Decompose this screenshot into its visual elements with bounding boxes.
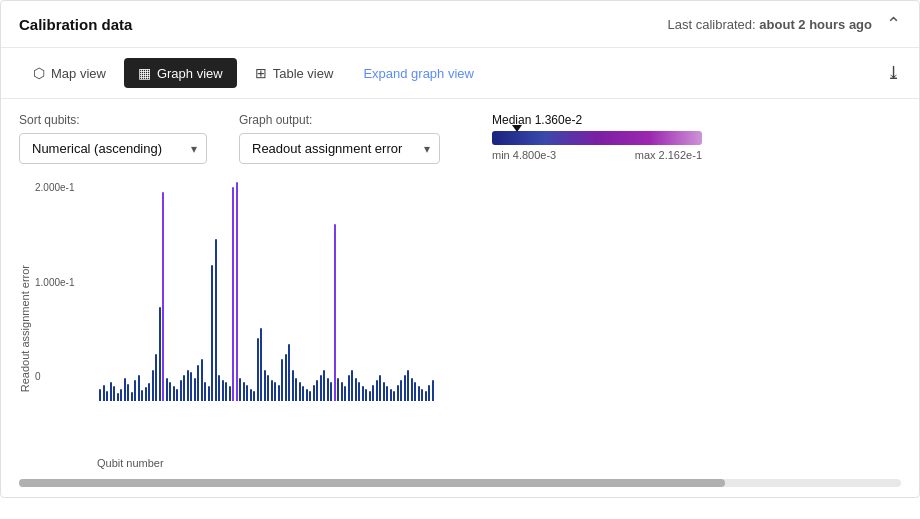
scale-range: min 4.800e-3 max 2.162e-1 [492,149,702,161]
scale-max: max 2.162e-1 [635,149,702,161]
bar-81 [383,382,385,401]
bar-88 [407,370,409,401]
last-calibrated-value: about 2 hours ago [759,17,872,32]
bar-89 [411,378,413,401]
bar-92 [421,389,423,402]
bar-73 [355,378,357,401]
scale-min: min 4.800e-3 [492,149,556,161]
tab-graph-view[interactable]: ▦ Graph view [124,58,237,88]
tab-map-view[interactable]: ⬡ Map view [19,58,120,88]
bar-6 [120,389,122,402]
y-tick-bottom: 0 [35,371,74,382]
tab-graph-view-label: Graph view [157,66,223,81]
bar-76 [365,389,367,402]
bar-79 [376,380,378,401]
bar-32 [211,265,213,401]
bar-87 [404,375,406,401]
bar-94 [428,385,430,401]
y-axis-ticks: 2.000e-1 1.000e-1 0 [35,182,74,402]
y-tick-mid: 1.000e-1 [35,277,74,288]
expand-graph-button[interactable]: Expand graph view [363,66,474,81]
bar-78 [372,385,374,401]
bar-18 [162,192,164,401]
tab-map-view-label: Map view [51,66,106,81]
bar-55 [292,370,294,401]
bar-84 [393,391,395,401]
last-calibrated-label: Last calibrated: about 2 hours ago [668,17,872,32]
bar-37 [229,386,231,401]
bar-54 [288,344,290,401]
bar-90 [414,382,416,401]
bar-41 [243,382,245,401]
bar-62 [316,380,318,401]
download-button[interactable]: ⤓ [886,62,901,84]
bar-0 [99,389,101,402]
y-axis-label: Readout assignment error [19,265,31,392]
bar-51 [278,385,280,401]
bar-8 [127,384,129,401]
median-label: Median 1.360e-2 [492,113,702,127]
bar-13 [145,387,147,401]
bar-21 [173,386,175,401]
output-select-wrapper: Readout assignment error T1 T2 CNOT Erro… [239,133,440,164]
bar-30 [204,382,206,401]
bar-56 [295,378,297,401]
bar-3 [110,382,112,401]
bar-53 [285,354,287,401]
bar-20 [169,382,171,401]
bar-31 [208,386,210,401]
bar-39 [236,182,238,401]
bars-wrapper [97,182,101,401]
map-view-icon: ⬡ [33,65,45,81]
output-select[interactable]: Readout assignment error T1 T2 CNOT Erro… [239,133,440,164]
bar-93 [425,391,427,401]
bar-50 [274,382,276,401]
bar-60 [309,391,311,401]
sort-select-wrapper: Numerical (ascending) Numerical (descend… [19,133,207,164]
bar-83 [390,389,392,402]
bar-95 [432,380,434,401]
bar-22 [176,389,178,402]
bar-58 [302,386,304,401]
bar-66 [330,382,332,401]
bar-25 [187,370,189,401]
bar-1 [103,385,105,401]
bar-45 [257,338,259,401]
bar-23 [180,380,182,401]
bar-48 [267,375,269,401]
bar-40 [239,378,241,401]
bar-52 [281,359,283,401]
panel-title: Calibration data [19,16,132,33]
bar-80 [379,375,381,401]
chart-area: Readout assignment error 2.000e-1 1.000e… [1,172,919,475]
scrollbar-thumb[interactable] [19,479,725,487]
bar-47 [264,370,266,401]
bar-86 [400,380,402,401]
calibration-panel: Calibration data Last calibrated: about … [0,0,920,498]
tab-table-view[interactable]: ⊞ Table view [241,58,348,88]
bar-69 [341,382,343,401]
bar-70 [344,386,346,401]
view-tabs: ⬡ Map view ▦ Graph view ⊞ Table view Exp… [1,48,919,99]
bar-74 [358,382,360,401]
bar-75 [362,386,364,401]
bar-77 [369,391,371,401]
output-control-group: Graph output: Readout assignment error T… [239,113,440,164]
bar-17 [159,307,161,401]
bar-44 [253,391,255,401]
bar-12 [141,390,143,401]
bar-2 [106,391,108,401]
bar-28 [197,365,199,401]
x-axis-title: Qubit number [97,457,901,475]
tab-table-view-label: Table view [273,66,334,81]
chart-inner: 2.000e-1 1.000e-1 0 Qubit number [35,182,901,475]
scrollbar-container[interactable] [19,479,901,487]
bar-34 [218,375,220,401]
bar-71 [348,375,350,401]
bar-91 [418,386,420,401]
sort-select[interactable]: Numerical (ascending) Numerical (descend… [19,133,207,164]
median-marker [512,125,522,132]
collapse-button[interactable]: ⌃ [886,15,901,33]
bar-67 [334,224,336,401]
y-tick-top: 2.000e-1 [35,182,74,193]
